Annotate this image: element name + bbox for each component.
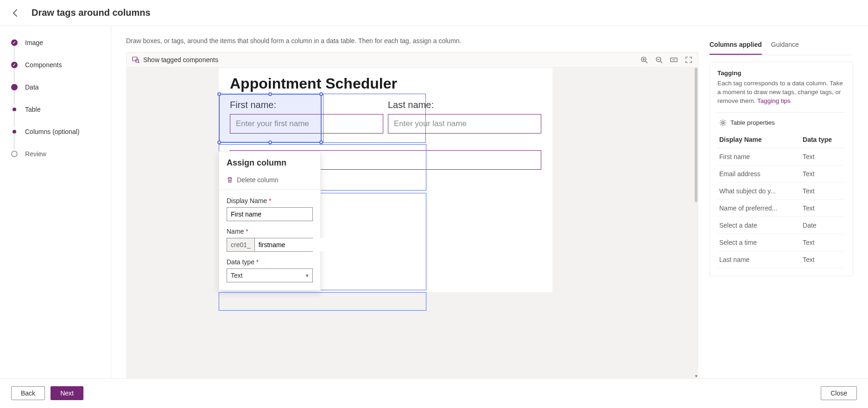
col-header-display: Display Name — [717, 131, 801, 148]
row-data-type: Text — [801, 165, 845, 182]
step-dot-icon — [11, 84, 18, 90]
fullscreen-icon[interactable] — [685, 56, 692, 64]
step-label: Table — [25, 106, 40, 113]
next-button[interactable]: Next — [51, 386, 83, 400]
fit-width-icon[interactable] — [670, 56, 678, 64]
wizard-footer: Back Next Close — [0, 378, 868, 408]
step-label: Data — [25, 83, 39, 91]
table-row[interactable]: What subject do y...Text — [717, 182, 845, 199]
table-row[interactable]: Select a timeText — [717, 234, 845, 251]
right-panel: Columns applied Guidance Tagging Each ta… — [710, 37, 853, 378]
row-display-name: First name — [717, 148, 801, 165]
wizard-sidebar: Image Components Data Table Columns (opt… — [0, 26, 111, 378]
table-row[interactable]: First nameText — [717, 148, 845, 165]
step-dot-icon — [11, 151, 18, 157]
gear-icon — [719, 119, 727, 127]
table-row[interactable]: Last nameText — [717, 251, 845, 268]
back-arrow-icon[interactable] — [11, 8, 20, 18]
display-name-label: Display Name * — [227, 197, 313, 204]
step-columns[interactable]: Columns (optional) — [11, 128, 100, 135]
logical-name-input[interactable] — [255, 238, 343, 251]
popover-title: Assign column — [219, 152, 320, 174]
content-area: Draw boxes, or tags, around the items th… — [111, 26, 868, 378]
row-display-name: Select a date — [717, 217, 801, 234]
scrollbar-thumb[interactable] — [695, 68, 697, 202]
step-review[interactable]: Review — [11, 150, 100, 158]
step-label: Review — [25, 150, 46, 158]
data-type-value: Text — [231, 272, 243, 279]
table-properties-header[interactable]: Table properties — [717, 112, 845, 131]
name-prefix: cre01_ — [227, 238, 255, 251]
show-tagged-label: Show tagged components — [143, 56, 218, 64]
trash-icon — [227, 177, 233, 183]
back-button[interactable]: Back — [11, 386, 45, 400]
right-tabs: Columns applied Guidance — [710, 37, 853, 55]
stepper: Image Components Data Table Columns (opt… — [11, 39, 100, 158]
page-title: Draw tags around columns — [32, 7, 151, 18]
logical-name-input-wrap: cre01_ — [227, 238, 313, 252]
row-data-type: Date — [801, 217, 845, 234]
guidance-title: Tagging — [717, 70, 845, 76]
step-dot-icon — [11, 39, 18, 46]
canvas-tools — [640, 56, 692, 64]
logical-name-label: Name * — [227, 228, 313, 235]
tag-components-icon — [132, 56, 139, 64]
canvas-column: Draw boxes, or tags, around the items th… — [126, 37, 698, 378]
data-type-label: Data type * — [227, 258, 313, 266]
guidance-card: Tagging Each tag corresponds to a data c… — [710, 62, 853, 276]
assign-column-popover: Assign column Delete column Display Name… — [219, 151, 321, 290]
tag-last-name[interactable] — [323, 94, 426, 143]
step-label: Image — [25, 39, 43, 46]
columns-table: Display Name Data type First nameTextEma… — [717, 131, 845, 268]
table-row[interactable]: Select a dateDate — [717, 217, 845, 234]
step-dot-icon — [11, 62, 18, 68]
row-data-type: Text — [801, 148, 845, 165]
tab-guidance[interactable]: Guidance — [771, 37, 799, 55]
instruction-text: Draw boxes, or tags, around the items th… — [126, 37, 698, 45]
row-data-type: Text — [801, 234, 845, 251]
page-header: Draw tags around columns — [0, 0, 868, 26]
row-display-name: Select a time — [717, 234, 801, 251]
step-dot-icon — [13, 108, 16, 111]
tab-columns-applied[interactable]: Columns applied — [710, 37, 762, 55]
svg-point-5 — [722, 121, 724, 124]
zoom-in-icon[interactable] — [640, 56, 648, 64]
table-properties-label: Table properties — [730, 119, 775, 126]
row-data-type: Text — [801, 199, 845, 217]
col-header-type: Data type — [801, 131, 845, 148]
design-canvas[interactable]: Appointment Scheduler First name: Enter … — [126, 68, 698, 378]
delete-column-button[interactable]: Delete column — [219, 174, 320, 190]
step-table[interactable]: Table — [11, 106, 100, 113]
canvas-toolbar: Show tagged components — [126, 52, 698, 68]
mock-form-title: Appointment Scheduler — [230, 75, 541, 92]
display-name-input[interactable] — [227, 207, 313, 221]
row-data-type: Text — [801, 182, 845, 199]
step-data[interactable]: Data — [11, 83, 100, 91]
row-display-name: What subject do y... — [717, 182, 801, 199]
svg-rect-0 — [133, 57, 137, 61]
tag-first-name[interactable] — [219, 94, 322, 143]
step-dot-icon — [13, 130, 16, 134]
step-label: Components — [25, 61, 62, 69]
tag-tutor[interactable] — [219, 292, 426, 311]
canvas-scrollbar[interactable]: ▴ ▾ — [694, 68, 698, 378]
show-tagged-toggle[interactable]: Show tagged components — [132, 56, 218, 64]
row-display-name: Email address — [717, 165, 801, 182]
table-row[interactable]: Email addressText — [717, 165, 845, 182]
main-layout: Image Components Data Table Columns (opt… — [0, 26, 868, 378]
row-display-name: Name of preferred... — [717, 199, 801, 217]
delete-column-label: Delete column — [237, 176, 279, 184]
table-row[interactable]: Name of preferred...Text — [717, 199, 845, 217]
step-label: Columns (optional) — [25, 128, 80, 135]
step-components[interactable]: Components — [11, 61, 100, 69]
zoom-out-icon[interactable] — [655, 56, 663, 64]
tagging-tips-link[interactable]: Tagging tips — [757, 97, 791, 104]
row-display-name: Last name — [717, 251, 801, 268]
data-type-select[interactable]: Text ▾ — [227, 268, 313, 282]
step-image[interactable]: Image — [11, 39, 100, 46]
row-data-type: Text — [801, 251, 845, 268]
chevron-down-icon: ▾ — [306, 273, 309, 279]
scroll-down-icon[interactable]: ▾ — [694, 374, 698, 378]
close-button[interactable]: Close — [821, 386, 857, 400]
